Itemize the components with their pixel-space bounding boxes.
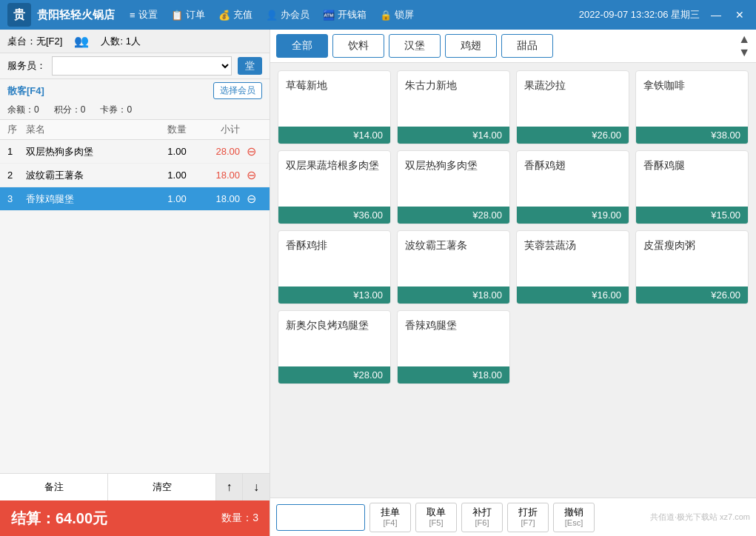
staff-row: 服务员： 堂 <box>0 53 270 79</box>
note-button[interactable]: 备注 <box>0 474 108 500</box>
recall-order-label: 取单 <box>426 506 446 518</box>
balance-label: 余额：0 <box>7 104 39 116</box>
tab-all[interactable]: 全部 <box>276 34 328 58</box>
item-name: 双层果蔬培根多肉堡 <box>286 158 383 172</box>
nav-member-label: 办会员 <box>281 8 310 21</box>
menu-item[interactable]: 皮蛋瘦肉粥 ¥26.00 <box>635 230 749 304</box>
order-table-header: 序 菜名 数量 小计 <box>0 120 270 140</box>
col-seq: 序 <box>7 123 26 136</box>
order-row[interactable]: 2 波纹霸王薯条 1.00 18.00 ⊖ <box>0 164 270 187</box>
balance-row: 余额：0 积分：0 卡券：0 <box>0 102 270 120</box>
nav-orders-label: 订单 <box>186 8 205 21</box>
item-name: 双层热狗多肉堡 <box>405 158 502 172</box>
category-tabs: 全部 饮料 汉堡 鸡翅 甜品 ▲ ▼ <box>270 30 756 63</box>
nav-recharge[interactable]: 💰 充值 <box>218 8 252 21</box>
minimize-button[interactable]: — <box>707 6 725 24</box>
nav-settings[interactable]: ≡ 设置 <box>130 8 158 21</box>
app-logo: 贵 <box>7 3 31 27</box>
settings-icon: ≡ <box>130 10 136 21</box>
item-name: 皮蛋瘦肉粥 <box>643 238 740 252</box>
lock-icon: 🔒 <box>380 10 392 21</box>
item-price: ¥28.00 <box>398 207 509 224</box>
tab-burgers[interactable]: 汉堡 <box>389 34 441 58</box>
item-price: ¥18.00 <box>398 287 509 304</box>
order-row[interactable]: 1 双层热狗多肉堡 1.00 28.00 ⊖ <box>0 140 270 164</box>
tab-wings[interactable]: 鸡翅 <box>445 34 497 58</box>
menu-item[interactable]: 拿铁咖啡 ¥38.00 <box>635 70 749 144</box>
cancel-button[interactable]: 撤销 [Esc] <box>553 503 595 532</box>
item-name: 朱古力新地 <box>405 78 502 92</box>
scroll-up-icon[interactable]: ▲ <box>738 33 750 46</box>
recall-order-button[interactable]: 取单 [F5] <box>415 503 457 532</box>
item-name: 新奥尔良烤鸡腿堡 <box>286 318 383 332</box>
btn-dine-in[interactable]: 堂 <box>238 57 262 75</box>
barcode-input[interactable] <box>276 504 365 531</box>
menu-item[interactable]: 双层果蔬培根多肉堡 ¥36.00 <box>278 150 391 224</box>
customer-name: 散客[F4] <box>7 84 44 98</box>
row-subtotal: 28.00 <box>199 146 240 157</box>
nav-items: ≡ 设置 📋 订单 💰 充值 👤 办会员 🏧 开钱箱 🔒 锁屏 <box>130 8 579 21</box>
menu-item[interactable]: 香酥鸡排 ¥13.00 <box>278 230 391 304</box>
menu-item[interactable]: 朱古力新地 ¥14.00 <box>397 70 510 144</box>
card-coupon-label: 卡券：0 <box>100 104 132 116</box>
menu-item[interactable]: 芙蓉芸蔬汤 ¥16.00 <box>516 230 629 304</box>
title-bar: 贵 贵阳轻轻火锅店 ≡ 设置 📋 订单 💰 充值 👤 办会员 🏧 开钱箱 🔒 锁… <box>0 0 756 30</box>
tab-desserts[interactable]: 甜品 <box>501 34 553 58</box>
hang-order-label: 挂单 <box>381 506 400 518</box>
select-member-button[interactable]: 选择会员 <box>213 82 262 99</box>
row-name: 香辣鸡腿堡 <box>26 192 155 206</box>
menu-item[interactable]: 香酥鸡翅 ¥19.00 <box>516 150 629 224</box>
order-row[interactable]: 3 香辣鸡腿堡 1.00 18.00 ⊖ <box>0 187 270 211</box>
item-price: ¥26.00 <box>517 127 629 144</box>
nav-lockscreen-label: 锁屏 <box>395 8 414 21</box>
discount-label: 打折 <box>518 506 538 518</box>
checkout-bar[interactable]: 结算：64.00元 数量：3 <box>0 500 270 536</box>
discount-button[interactable]: 打折 [F7] <box>507 503 549 532</box>
nav-lockscreen[interactable]: 🔒 锁屏 <box>380 8 414 21</box>
item-name: 香辣鸡腿堡 <box>405 318 502 332</box>
hang-order-button[interactable]: 挂单 [F4] <box>369 503 411 532</box>
scroll-down-icon[interactable]: ▼ <box>738 46 750 59</box>
item-price: ¥14.00 <box>278 127 390 144</box>
menu-item[interactable]: 草莓新地 ¥14.00 <box>278 70 391 144</box>
remove-item-button[interactable]: ⊖ <box>240 168 262 182</box>
table-label: 桌台：无[F2] <box>7 35 62 48</box>
menu-item[interactable]: 果蔬沙拉 ¥26.00 <box>516 70 629 144</box>
bottom-toolbar: 挂单 [F4] 取单 [F5] 补打 [F6] 打折 [F7] 撤销 [Esc]… <box>270 498 756 536</box>
nav-orders[interactable]: 📋 订单 <box>171 8 205 21</box>
cashdrawer-icon: 🏧 <box>323 10 335 21</box>
cancel-label: 撤销 <box>564 506 583 518</box>
tab-drinks[interactable]: 饮料 <box>332 34 384 58</box>
menu-item[interactable]: 双层热狗多肉堡 ¥28.00 <box>397 150 510 224</box>
item-price: ¥38.00 <box>636 127 748 144</box>
staff-select[interactable] <box>52 56 232 76</box>
close-button[interactable]: ✕ <box>731 6 749 24</box>
clear-button[interactable]: 清空 <box>108 474 216 500</box>
menu-item[interactable]: 香辣鸡腿堡 ¥18.00 <box>397 310 510 384</box>
reprint-button[interactable]: 补打 [F6] <box>461 503 503 532</box>
move-up-button[interactable]: ↑ <box>216 474 243 500</box>
order-items: 1 双层热狗多肉堡 1.00 28.00 ⊖ 2 波纹霸王薯条 1.00 18.… <box>0 140 270 473</box>
item-price: ¥13.00 <box>278 287 390 304</box>
action-row: 备注 清空 ↑ ↓ <box>0 474 270 500</box>
nav-member[interactable]: 👤 办会员 <box>266 8 310 21</box>
recharge-icon: 💰 <box>218 10 230 21</box>
discount-key: [F7] <box>521 518 535 528</box>
remove-item-button[interactable]: ⊖ <box>240 192 262 206</box>
app-title: 贵阳轻轻火锅店 <box>37 8 115 22</box>
move-down-button[interactable]: ↓ <box>243 474 270 500</box>
menu-item[interactable]: 新奥尔良烤鸡腿堡 ¥28.00 <box>278 310 391 384</box>
nav-cashdrawer[interactable]: 🏧 开钱箱 <box>323 8 367 21</box>
col-subtotal: 小计 <box>199 123 240 136</box>
table-info: 桌台：无[F2] 👥 人数: 1人 <box>0 30 270 53</box>
staff-label: 服务员： <box>7 59 46 73</box>
remove-item-button[interactable]: ⊖ <box>240 144 262 158</box>
item-price: ¥16.00 <box>517 287 629 304</box>
datetime: 2022-09-07 13:32:06 星期三 <box>579 8 700 21</box>
item-price: ¥18.00 <box>398 366 509 383</box>
item-price: ¥15.00 <box>636 207 748 224</box>
col-action <box>240 123 262 136</box>
menu-item[interactable]: 香酥鸡腿 ¥15.00 <box>635 150 749 224</box>
person-icon: 👥 <box>74 34 89 48</box>
menu-item[interactable]: 波纹霸王薯条 ¥18.00 <box>397 230 510 304</box>
